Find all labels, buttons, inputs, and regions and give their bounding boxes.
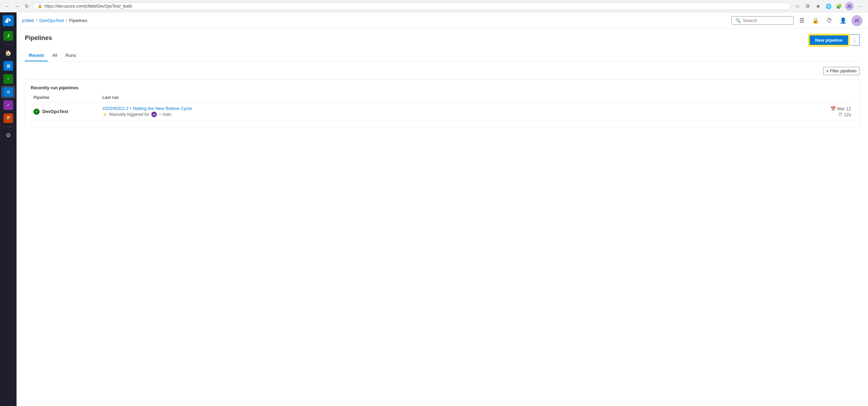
user-avatar-btn[interactable]: JC [851, 15, 862, 26]
sidebar-item-boards[interactable]: ▦ [1, 60, 15, 72]
trigger-user-avatar: JC [151, 112, 157, 117]
sidebar-item-repos[interactable]: ⑂ [1, 73, 15, 85]
bookmark-star-icon[interactable]: ☆ [794, 2, 801, 10]
run-date-row: 📅 Mar 12 [815, 106, 851, 111]
address-bar[interactable]: 🔒 https://dev.azure.com/jcfdeb/DevOpsTes… [33, 2, 791, 10]
url-text: https://dev.azure.com/jcfdeb/DevOpsTest/… [44, 4, 132, 9]
search-icon: 🔍 [735, 18, 741, 23]
tab-all[interactable]: All [48, 50, 61, 61]
repos-icon: ⑂ [3, 74, 13, 84]
pipelines-card: Recently run pipelines Pipeline Last run [25, 79, 860, 127]
filter-label: Filter pipelines [830, 69, 857, 73]
clock-icon: ⏱ [838, 112, 842, 117]
breadcrumb: jcfdeb / DevOpsTest / Pipelines [22, 18, 88, 23]
pipeline-table: Pipeline Last run ✓ DevOpsTest [31, 93, 854, 121]
main-content: Pipelines New pipeline ⋮ Recent All Runs… [17, 29, 868, 406]
filter-pipelines-button[interactable]: ≡ Filter pipelines [823, 67, 860, 75]
trigger-icon: ⚡ [102, 112, 107, 117]
calendar-icon: 📅 [830, 106, 836, 111]
testplans-icon: ✓ [3, 100, 13, 110]
extensions-icon[interactable]: 🧩 [835, 2, 842, 10]
header-actions: New pipeline ⋮ [809, 34, 860, 45]
forward-button[interactable]: → [14, 3, 21, 10]
main-inner: Pipelines New pipeline ⋮ Recent All Runs… [17, 29, 868, 406]
pipelines-section-title: Recently run pipelines [31, 85, 854, 90]
favorites-icon[interactable]: ★ [814, 2, 822, 10]
lock-icon: 🔒 [38, 4, 42, 8]
sidebar-item-org[interactable]: J [1, 30, 15, 42]
pipeline-status-icon: ✓ [33, 109, 40, 115]
breadcrumb-current: Pipelines [69, 18, 88, 23]
run-meta: ⚡ Manually triggered for JC ⑂ main [102, 112, 810, 117]
date-col-header [813, 93, 854, 102]
new-pipeline-button[interactable]: New pipeline [809, 35, 849, 45]
back-button[interactable]: ← [4, 3, 11, 10]
sidebar-separator-1 [3, 44, 13, 44]
azure-logo-icon [5, 17, 12, 24]
main-area: jcfdeb / DevOpsTest / Pipelines 🔍 ☰ 🔒 ⏱ … [17, 12, 868, 406]
run-date-cell: 📅 Mar 12 ⏱ 12s [813, 102, 854, 121]
branch-icon: ⑂ [159, 112, 161, 117]
breadcrumb-project-link[interactable]: DevOpsTest [39, 18, 64, 23]
pipeline-name-link[interactable]: DevOpsTest [42, 109, 68, 114]
pipeline-table-head: Pipeline Last run [31, 93, 854, 102]
breadcrumb-sep-2: / [66, 18, 67, 23]
table-row: ✓ DevOpsTest #20240312.2 • Stating the N… [31, 102, 854, 121]
filter-icon: ≡ [826, 69, 829, 73]
app-container: J 🏠 ▦ ⑂ ⚙ ✓ [0, 12, 868, 406]
run-info: #20240312.2 • Stating the New Relese Cyc… [102, 106, 810, 117]
lastrun-col-header: Last run [100, 93, 813, 102]
top-nav-right: 🔍 ☰ 🔒 ⏱ 👤 JC [731, 15, 862, 26]
pipeline-table-header-row: Pipeline Last run [31, 93, 854, 102]
tabs-bar: Recent All Runs [25, 50, 860, 61]
settings-nav-icon-btn[interactable]: ⏱ [824, 15, 835, 26]
search-input[interactable] [743, 18, 790, 23]
browser-menu-icon[interactable]: ··· [856, 2, 864, 10]
sidebar-item-settings[interactable]: ⚙ [1, 129, 15, 141]
toolbar-row: ≡ Filter pipelines [25, 67, 860, 75]
azure-devops-logo[interactable] [3, 15, 14, 26]
run-duration: 12s [844, 112, 851, 117]
page-title: Pipelines [25, 34, 52, 42]
help-nav-icon-btn[interactable]: 👤 [838, 15, 849, 26]
browser-profile-avatar[interactable]: JC [845, 2, 854, 10]
pipeline-table-body: ✓ DevOpsTest #20240312.2 • Stating the N… [31, 102, 854, 121]
reload-button[interactable]: ↻ [23, 3, 30, 10]
browser-account-icon[interactable]: 🌐 [825, 2, 832, 10]
sidebar-item-pipelines[interactable]: ⚙ [1, 86, 15, 98]
breadcrumb-org-link[interactable]: jcfdeb [22, 18, 34, 23]
run-date: Mar 12 [837, 106, 851, 111]
sidebar-separator-2 [3, 126, 13, 127]
sidebar: J 🏠 ▦ ⑂ ⚙ ✓ [0, 12, 17, 406]
branch-name: main [162, 112, 171, 117]
breadcrumb-sep-1: / [36, 18, 38, 23]
pipeline-name-wrapper: ✓ DevOpsTest [33, 109, 97, 115]
artifacts-icon: 📦 [3, 113, 13, 123]
pipeline-col-header: Pipeline [31, 93, 100, 102]
list-icon-btn[interactable]: ☰ [796, 15, 807, 26]
branch-ref: ⑂ main [159, 112, 171, 117]
tab-recent[interactable]: Recent [25, 50, 48, 61]
search-box[interactable]: 🔍 [731, 16, 794, 25]
run-info-cell: #20240312.2 • Stating the New Relese Cyc… [100, 102, 813, 121]
org-icon: J [3, 31, 13, 41]
split-view-icon[interactable]: ⧉ [804, 2, 811, 10]
page-header-row: Pipelines New pipeline ⋮ [25, 34, 860, 47]
pipelines-icon: ⚙ [3, 87, 13, 97]
sidebar-item-overview[interactable]: 🏠 [1, 47, 15, 59]
boards-icon: ▦ [3, 61, 13, 71]
more-options-button[interactable]: ⋮ [850, 34, 860, 45]
browser-chrome: ← → ↻ 🔒 https://dev.azure.com/jcfdeb/Dev… [0, 0, 868, 12]
sidebar-item-testplans[interactable]: ✓ [1, 99, 15, 111]
run-duration-row: ⏱ 12s [815, 112, 851, 117]
browser-right-icons: ☆ ⧉ ★ 🌐 🧩 JC ··· [794, 2, 864, 10]
lock-nav-icon-btn[interactable]: 🔒 [810, 15, 821, 26]
run-title-link[interactable]: #20240312.2 • Stating the New Relese Cyc… [102, 106, 810, 111]
top-nav: jcfdeb / DevOpsTest / Pipelines 🔍 ☰ 🔒 ⏱ … [17, 12, 868, 29]
trigger-text: Manually triggered for [109, 112, 149, 117]
tab-runs[interactable]: Runs [61, 50, 80, 61]
sidebar-item-artifacts[interactable]: 📦 [1, 112, 15, 124]
pipeline-name-cell: ✓ DevOpsTest [31, 102, 100, 121]
